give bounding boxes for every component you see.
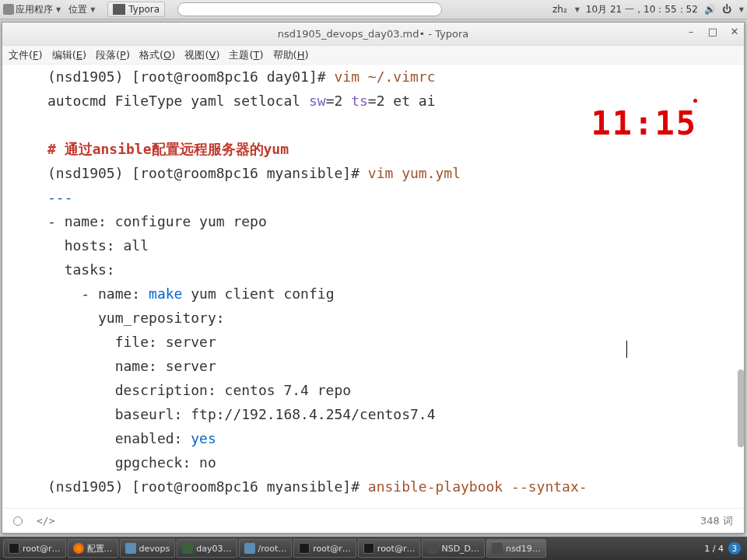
folder-icon: [125, 543, 136, 554]
window-list-typora[interactable]: Typora: [107, 2, 165, 17]
task-files-devops[interactable]: devops: [120, 539, 176, 558]
task-terminal-2[interactable]: root@r…: [293, 539, 356, 558]
task-label: root@r…: [377, 544, 416, 554]
window-title: nsd1905_devops_day03.md• - Typora: [278, 28, 469, 40]
places-label: 位置: [68, 3, 87, 16]
top-left: 应用程序▼ 位置▼ Typora: [3, 2, 442, 17]
code-line: ---: [47, 185, 699, 209]
chevron-down-icon: ▼: [56, 6, 61, 13]
apps-icon: [3, 4, 14, 15]
task-typora-active[interactable]: nsd19…: [486, 539, 546, 558]
workspace-indicator[interactable]: 1 / 4: [704, 544, 724, 554]
minimize-button[interactable]: –: [685, 26, 697, 37]
pycharm-icon: [182, 543, 193, 554]
code-line: baseurl: ftp://192.168.4.254/centos7.4: [47, 402, 699, 426]
task-label: NSD_D…: [441, 544, 479, 554]
chevron-down-icon: ▼: [90, 6, 95, 13]
editor-area[interactable]: 11:15 (nsd1905) [root@room8pc16 day01]# …: [2, 65, 744, 508]
code-line: enabled: yes: [47, 426, 699, 450]
menu-theme[interactable]: 主题(T): [226, 47, 266, 64]
task-label: /root…: [258, 544, 287, 554]
window-controls: – □ ✕: [685, 26, 741, 37]
task-terminal-3[interactable]: root@r…: [358, 539, 421, 558]
volume-icon[interactable]: 🔊: [704, 4, 716, 15]
menu-paragraph[interactable]: 段落(P): [93, 47, 133, 64]
address-bar[interactable]: [177, 2, 442, 16]
top-right: zh₂▼ 10月 21 一，10：55：52 🔊 ⏻▼: [552, 3, 744, 16]
outline-toggle-icon[interactable]: [13, 516, 23, 526]
applications-menu[interactable]: 应用程序▼: [3, 3, 61, 16]
task-terminal-1[interactable]: root@r…: [3, 539, 66, 558]
source-mode-button[interactable]: </>: [37, 515, 54, 527]
bottom-taskbar: root@r… 配置… devops day03… /root… root@r……: [0, 537, 747, 560]
terminal-icon: [363, 543, 374, 554]
menu-help[interactable]: 帮助(H): [270, 47, 312, 64]
chevron-down-icon: ▼: [575, 6, 580, 13]
code-line: yum_repository:: [47, 306, 699, 330]
terminal-icon: [9, 543, 19, 554]
statusbar: </> 348 词: [2, 508, 744, 533]
code-line: tasks:: [47, 257, 699, 282]
menu-format[interactable]: 格式(O): [136, 47, 178, 64]
taskbar-right: 1 / 4 3: [704, 542, 744, 555]
task-typora-nsd[interactable]: NSD_D…: [422, 539, 485, 558]
terminal-icon: [299, 543, 310, 554]
word-count[interactable]: 348 词: [700, 514, 733, 528]
firefox-icon: [73, 543, 84, 554]
text-cursor-icon: [626, 341, 627, 358]
task-label: nsd19…: [506, 544, 541, 554]
task-firefox[interactable]: 配置…: [68, 539, 118, 558]
code-line: (nsd1905) [root@room8pc16 myansible]# an…: [47, 474, 699, 499]
typora-window: nsd1905_devops_day03.md• - Typora – □ ✕ …: [2, 22, 745, 534]
code-line: (nsd1905) [root@room8pc16 day01]# vim ~/…: [47, 65, 699, 89]
code-line: - name: make yum client config: [47, 282, 699, 306]
menu-view[interactable]: 视图(V): [181, 47, 223, 64]
apps-label: 应用程序: [16, 3, 53, 16]
time-annotation: 11:15: [591, 111, 697, 135]
code-line: description: centos 7.4 repo: [47, 378, 699, 402]
task-files-root[interactable]: /root…: [239, 539, 293, 558]
typora-icon: [427, 543, 438, 554]
typora-thumb-icon: [113, 4, 125, 15]
input-method[interactable]: zh₂: [552, 4, 567, 15]
typora-icon: [492, 543, 503, 554]
code-line: file: server: [47, 330, 699, 354]
code-line: gpgcheck: no: [47, 450, 699, 474]
annotation-dot: [693, 99, 697, 103]
task-label: devops: [139, 544, 170, 554]
clock[interactable]: 10月 21 一，10：55：52: [586, 3, 698, 16]
code-line: - name: configure yum repo: [47, 209, 699, 233]
code-line: (nsd1905) [root@room8pc16 myansible]# vi…: [47, 161, 699, 185]
task-label: root@r…: [23, 544, 61, 554]
close-button[interactable]: ✕: [728, 26, 741, 37]
task-pycharm[interactable]: day03…: [177, 539, 237, 558]
code-line: name: server: [47, 354, 699, 378]
code-line: hosts: all: [47, 233, 699, 257]
task-label: day03…: [196, 544, 231, 554]
chevron-down-icon: ▼: [739, 6, 744, 13]
gnome-top-panel: 应用程序▼ 位置▼ Typora zh₂▼ 10月 21 一，10：55：52 …: [0, 0, 747, 19]
task-label: root@r…: [313, 544, 351, 554]
menu-file[interactable]: 文件(F): [5, 47, 46, 64]
power-icon[interactable]: ⏻: [722, 4, 731, 15]
folder-icon: [244, 543, 255, 554]
maximize-button[interactable]: □: [707, 26, 719, 37]
menubar: 文件(F) 编辑(E) 段落(P) 格式(O) 视图(V) 主题(T) 帮助(H…: [2, 46, 744, 65]
menu-edit[interactable]: 编辑(E): [49, 47, 89, 64]
scrollbar-thumb[interactable]: [738, 369, 744, 447]
typora-tab-label: Typora: [128, 4, 160, 15]
workspace-badge[interactable]: 3: [728, 542, 741, 555]
titlebar[interactable]: nsd1905_devops_day03.md• - Typora – □ ✕: [2, 23, 744, 46]
task-label: 配置…: [87, 543, 113, 555]
places-menu[interactable]: 位置▼: [68, 3, 95, 16]
